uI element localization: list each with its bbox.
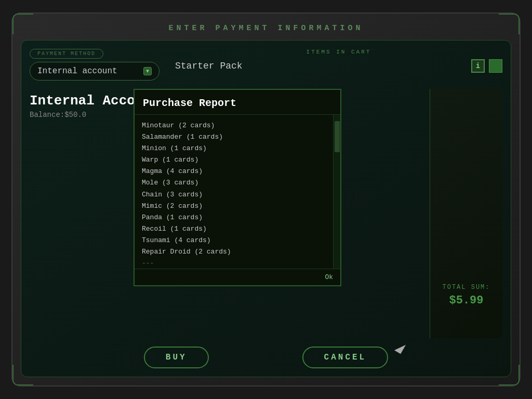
list-item: Mole (3 cards) <box>142 177 326 189</box>
main-window: ENTER PAYMENT INFORMATION PAYMENT METHOD… <box>11 12 521 387</box>
balance-value: $50.0 <box>64 111 86 119</box>
modal-footer: Ok <box>135 269 340 285</box>
buy-button[interactable]: BUY <box>144 347 209 368</box>
dropdown-arrow-icon[interactable]: ▼ <box>143 67 152 75</box>
list-item: Minotaur (2 cards) <box>142 120 326 131</box>
scrollbar-track[interactable] <box>333 115 340 269</box>
top-section: PAYMENT METHOD Internal account ▼ ITEMS … <box>30 49 502 81</box>
modal-content: Minotaur (2 cards) Salamander (1 cards) … <box>135 115 340 269</box>
purchase-report-list: Minotaur (2 cards) Salamander (1 cards) … <box>135 115 333 269</box>
right-panel: TOTAL SUM: $5.99 <box>430 89 502 338</box>
list-item: Chain (3 cards) <box>142 189 326 201</box>
cancel-button[interactable]: CANCEL <box>302 347 389 368</box>
payment-method-label: PAYMENT METHOD <box>30 49 103 59</box>
balance-label: Balance: <box>30 111 64 119</box>
total-sum-label: TOTAL SUM: <box>442 284 490 291</box>
info-icon[interactable]: i <box>471 59 485 73</box>
items-in-cart-label: ITEMS IN CART <box>175 49 502 55</box>
window-title: ENTER PAYMENT INFORMATION <box>21 19 511 40</box>
list-item: Repair Droid (2 cards) <box>142 246 326 258</box>
payment-dropdown[interactable]: Internal account ▼ <box>30 62 159 81</box>
cart-item-name: Starter Pack <box>175 61 467 71</box>
payment-method-area: PAYMENT METHOD Internal account ▼ <box>30 49 165 81</box>
list-item: Recoil (1 cards) <box>142 223 326 235</box>
bottom-bar: BUY CANCEL <box>30 338 502 368</box>
cart-item-indicator <box>489 59 502 73</box>
list-item: Mimic (2 cards) <box>142 201 326 212</box>
list-item: Tsunami (4 cards) <box>142 235 326 246</box>
list-item: Salamander (1 cards) <box>142 131 326 143</box>
corner-decoration-tr <box>499 14 520 34</box>
ok-button[interactable]: Ok <box>325 273 333 281</box>
items-in-cart-area: ITEMS IN CART Starter Pack i <box>175 49 502 73</box>
scrollbar-thumb[interactable] <box>335 121 340 152</box>
purchase-report-modal: Purchase Report Minotaur (2 cards) Salam… <box>134 89 341 286</box>
purchase-report-title: Purchase Report <box>135 90 340 115</box>
inner-panel: PAYMENT METHOD Internal account ▼ ITEMS … <box>21 40 511 377</box>
list-item: Magma (4 cards) <box>142 166 326 177</box>
list-item: Panda (1 cards) <box>142 212 326 223</box>
corner-decoration-tl <box>12 14 33 34</box>
cart-item-row: Starter Pack i <box>175 59 502 73</box>
list-item: Warp (1 cards) <box>142 154 326 166</box>
cursor-icon <box>394 341 406 354</box>
payment-dropdown-value: Internal account <box>37 66 117 76</box>
list-separator: --- <box>142 258 326 269</box>
list-item: Minion (1 cards) <box>142 143 326 154</box>
total-sum-value: $5.99 <box>449 294 483 307</box>
main-content: Internal Account Balance:$50.0 Purchase … <box>30 89 502 338</box>
